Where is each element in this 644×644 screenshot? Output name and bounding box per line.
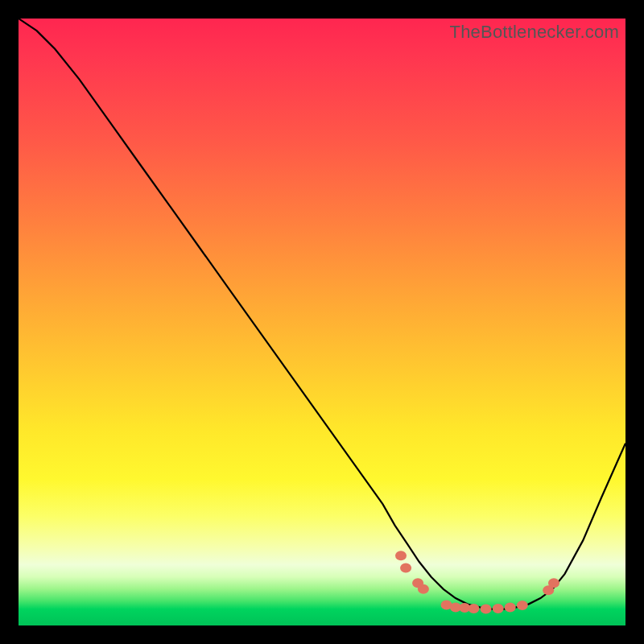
highlight-marker xyxy=(395,551,407,560)
highlight-marker xyxy=(493,604,504,613)
marker-group xyxy=(395,551,559,613)
plot-area: TheBottlenecker.com xyxy=(19,19,625,625)
highlight-marker xyxy=(548,578,559,588)
highlight-marker xyxy=(400,563,411,572)
highlight-marker xyxy=(517,601,528,610)
outer-frame: TheBottlenecker.com xyxy=(0,0,644,644)
watermark-text: TheBottlenecker.com xyxy=(450,22,619,43)
bottleneck-curve xyxy=(19,19,625,609)
highlight-marker xyxy=(481,605,492,614)
highlight-marker xyxy=(505,602,516,612)
curve-layer xyxy=(19,19,625,625)
highlight-marker xyxy=(418,584,429,594)
highlight-marker xyxy=(469,604,480,613)
